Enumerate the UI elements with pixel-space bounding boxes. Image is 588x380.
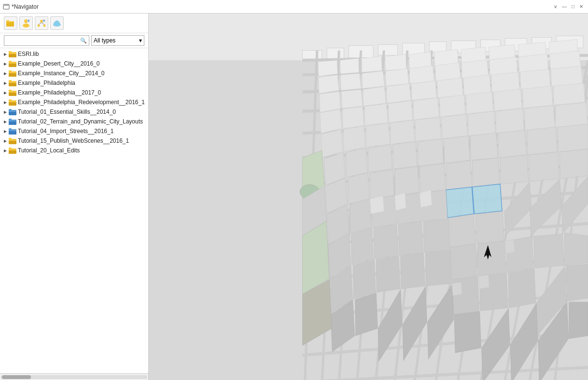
svg-rect-41 <box>9 100 16 102</box>
svg-marker-186 <box>450 244 477 280</box>
add-user-button[interactable] <box>19 16 33 30</box>
svg-point-14 <box>43 25 46 27</box>
tree-item-instance[interactable]: ▶Example_Instance_City__2014_0 <box>0 68 148 78</box>
restore-btn[interactable]: □ <box>570 3 576 10</box>
svg-marker-144 <box>525 106 555 131</box>
svg-rect-5 <box>6 22 14 27</box>
svg-marker-122 <box>463 75 491 95</box>
svg-marker-163 <box>420 163 446 192</box>
open-folder-button[interactable] <box>4 16 17 30</box>
svg-marker-164 <box>446 161 472 190</box>
svg-marker-107 <box>340 73 361 90</box>
svg-rect-26 <box>9 52 16 54</box>
svg-marker-123 <box>491 72 520 92</box>
svg-rect-32 <box>9 71 16 73</box>
svg-marker-177 <box>476 211 504 244</box>
svg-marker-161 <box>370 169 394 199</box>
expand-arrow-esrilib[interactable]: ▶ <box>2 51 9 57</box>
tree-item-tutorial20[interactable]: ▶Tutorial_20_Local_Edits <box>0 146 148 155</box>
svg-marker-134 <box>523 86 553 108</box>
tree-label-philly2017: Example_Philadelphia__2017_0 <box>18 89 101 96</box>
network-button[interactable] <box>35 16 48 30</box>
expand-arrow-instance[interactable]: ▶ <box>2 70 9 77</box>
svg-marker-169 <box>446 187 474 218</box>
expand-arrow-philly2017[interactable]: ▶ <box>2 89 9 96</box>
svg-marker-117 <box>341 90 362 109</box>
svg-marker-137 <box>343 126 365 151</box>
svg-marker-96 <box>318 60 337 76</box>
svg-marker-132 <box>466 92 493 114</box>
expand-arrow-tutorial01[interactable]: ▶ <box>2 109 9 115</box>
expand-arrow-philly[interactable]: ▶ <box>2 80 9 86</box>
svg-marker-97 <box>340 58 359 74</box>
expand-arrow-redevelopment[interactable]: ▶ <box>2 99 9 106</box>
cloud-button[interactable] <box>50 16 64 30</box>
expand-arrow-tutorial02[interactable]: ▶ <box>2 118 9 125</box>
filter-dropdown[interactable]: All types ▾ <box>91 35 144 46</box>
expand-arrow-tutorial20[interactable]: ▶ <box>2 147 9 154</box>
expand-arrow-desert[interactable]: ▶ <box>2 60 9 67</box>
svg-marker-129 <box>388 101 413 123</box>
svg-marker-183 <box>374 225 398 259</box>
svg-marker-216 <box>504 240 515 254</box>
scrollbar-track[interactable] <box>1 375 147 379</box>
tree-item-tutorial02[interactable]: ▶Tutorial_02_Terrain_and_Dynamic_City_La… <box>0 117 148 126</box>
close-btn[interactable]: ✕ <box>577 3 585 10</box>
svg-rect-44 <box>9 110 16 112</box>
tree-item-esrilib[interactable]: ▶ESRI.lib <box>0 49 148 59</box>
svg-marker-139 <box>391 120 415 144</box>
svg-rect-38 <box>9 91 16 93</box>
svg-marker-170 <box>472 184 502 214</box>
svg-point-8 <box>23 24 29 27</box>
tree-item-philly2017[interactable]: ▶Example_Philadelphia__2017_0 <box>0 88 148 97</box>
svg-marker-99 <box>385 54 406 70</box>
svg-marker-192 <box>353 259 376 299</box>
left-panel: 🔍 All types ▾ ▶ESRI.lib▶Example_Desert_C… <box>0 14 149 380</box>
svg-marker-118 <box>363 86 386 106</box>
filter-label: All types <box>94 37 115 44</box>
svg-rect-50 <box>9 129 16 131</box>
search-box[interactable]: 🔍 <box>4 35 89 46</box>
title-bar: *Navigator ∨ — □ ✕ <box>0 0 588 14</box>
svg-marker-106 <box>319 75 339 93</box>
collapse-btn[interactable]: — <box>560 3 569 10</box>
tree-item-tutorial04[interactable]: ▶Tutorial_04_Import_Streets__2016_1 <box>0 126 148 136</box>
svg-marker-182 <box>351 228 374 265</box>
svg-marker-124 <box>520 69 550 89</box>
svg-marker-206 <box>454 312 481 353</box>
svg-marker-190 <box>564 233 588 266</box>
panel-scrollbar[interactable] <box>0 373 148 380</box>
svg-rect-53 <box>9 139 16 141</box>
folder-icon-tutorial20 <box>9 147 16 154</box>
tree-item-tutorial01[interactable]: ▶Tutorial_01_Essential_Skills__2014_0 <box>0 107 148 117</box>
tree-label-tutorial04: Tutorial_04_Import_Streets__2016_1 <box>18 128 113 135</box>
tree-item-tutorial15[interactable]: ▶Tutorial_15_Publish_WebScenes__2016_1 <box>0 136 148 146</box>
folder-icon-desert <box>9 60 16 67</box>
svg-marker-141 <box>442 114 468 139</box>
svg-marker-131 <box>440 95 466 117</box>
svg-marker-154 <box>444 136 470 163</box>
tree-item-redevelopment[interactable]: ▶Example_Philadelphia_Redevelopment__201… <box>0 97 148 107</box>
folder-icon-tutorial01 <box>9 109 16 115</box>
svg-marker-143 <box>496 109 524 134</box>
scrollbar-thumb[interactable] <box>2 375 31 379</box>
filter-arrow: ▾ <box>139 37 142 44</box>
folder-icon-esrilib <box>9 51 16 57</box>
svg-marker-120 <box>411 81 437 100</box>
svg-marker-172 <box>350 199 371 233</box>
search-input[interactable] <box>6 37 80 44</box>
tree-label-tutorial15: Tutorial_15_Publish_WebScenes__2016_1 <box>18 137 129 144</box>
map-area[interactable] <box>149 14 588 380</box>
tree-label-philly: Example_Philadelphia <box>18 80 75 86</box>
svg-marker-138 <box>366 123 390 147</box>
folder-icon-redevelopment <box>9 99 16 106</box>
expand-arrow-tutorial04[interactable]: ▶ <box>2 128 9 135</box>
tree-item-desert[interactable]: ▶Example_Desert_City__2016_0 <box>0 59 148 68</box>
folder-icon-tutorial15 <box>9 137 16 144</box>
svg-marker-155 <box>470 133 498 161</box>
tree-item-philly[interactable]: ▶Example_Philadelphia <box>0 78 148 88</box>
expand-arrow-tutorial15[interactable]: ▶ <box>2 137 9 144</box>
svg-rect-6 <box>6 21 14 22</box>
minimize-btn[interactable]: ∨ <box>552 3 559 10</box>
tree-label-tutorial01: Tutorial_01_Essential_Skills__2014_0 <box>18 109 116 115</box>
